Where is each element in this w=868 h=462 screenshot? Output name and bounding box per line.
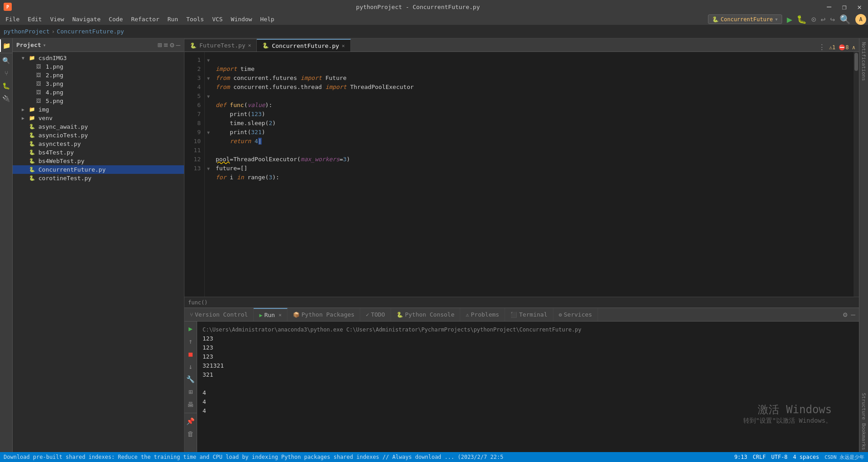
- scrollbar-thumb[interactable]: [854, 53, 858, 71]
- activity-search-icon[interactable]: 🔍: [0, 54, 13, 67]
- run-trash-icon[interactable]: 🗑: [186, 429, 195, 439]
- tree-folder-venv[interactable]: ▶ 📁 venv: [13, 114, 184, 122]
- tree-file-5png[interactable]: 🖼 5.png: [13, 97, 184, 105]
- tree-file-asynctest[interactable]: 🐍 asynctest.py: [13, 140, 184, 148]
- bottom-tab-problems[interactable]: ⚠ Problems: [460, 308, 505, 321]
- tree-file-4png[interactable]: 🖼 4.png: [13, 88, 184, 97]
- bookmarks-label[interactable]: Bookmarks: [860, 421, 868, 452]
- search-button-toolbar[interactable]: 🔍: [840, 14, 851, 25]
- bottom-minimize-btn[interactable]: —: [851, 310, 855, 319]
- menu-view[interactable]: View: [47, 15, 68, 23]
- menu-code[interactable]: Code: [105, 15, 127, 23]
- menu-refactor[interactable]: Refactor: [127, 15, 163, 23]
- tree-file-1png[interactable]: 🖼 1.png: [13, 62, 184, 71]
- menu-run[interactable]: Run: [164, 15, 182, 23]
- menu-vcs[interactable]: VCS: [208, 15, 226, 23]
- bottom-settings-btn[interactable]: ⚙: [843, 310, 848, 319]
- status-crlf[interactable]: CRLF: [753, 454, 766, 460]
- status-line[interactable]: 9:13: [734, 454, 747, 460]
- redo-button-toolbar[interactable]: ↪: [830, 14, 835, 24]
- breadcrumb-file[interactable]: ConcurrentFuture.py: [57, 28, 124, 35]
- run-config-toolbar[interactable]: 🐍 ConcurrentFuture ▾: [708, 14, 782, 24]
- fold-btn-5[interactable]: ▼: [205, 92, 212, 101]
- bottom-tab-run[interactable]: ▶ Run ✕: [254, 308, 287, 321]
- run-pin-icon[interactable]: 📌: [185, 416, 196, 427]
- tree-file-bs4WebTest[interactable]: 🐍 bs4WebTest.py: [13, 157, 184, 165]
- fold-btn-1[interactable]: ▼: [205, 56, 212, 65]
- project-dropdown-icon[interactable]: ▾: [43, 42, 46, 48]
- bottom-tab-python-console[interactable]: 🐍 Python Console: [391, 308, 461, 321]
- tree-arrow-img: ▶: [22, 107, 29, 112]
- structure-label[interactable]: Structure: [860, 391, 868, 422]
- bottom-tab-python-packages[interactable]: 📦 Python Packages: [288, 308, 360, 321]
- tree-file-3png[interactable]: 🖼 3.png: [13, 79, 184, 88]
- project-expand-btn[interactable]: ⊞: [157, 41, 162, 49]
- run-stop-icon[interactable]: ■: [187, 349, 194, 359]
- activity-vcs-icon[interactable]: ⑂: [0, 67, 13, 79]
- tree-file-async-await[interactable]: 🐍 async_await.py: [13, 122, 184, 131]
- bottom-tab-services[interactable]: ⚙ Services: [553, 308, 598, 321]
- nav-bar: pythonProject › ConcurrentFuture.py: [0, 25, 868, 38]
- editor-scrollbar[interactable]: [854, 52, 859, 297]
- status-file-encoding[interactable]: UTF-8: [771, 454, 788, 460]
- tree-file-2png[interactable]: 🖼 2.png: [13, 71, 184, 79]
- python-packages-icon: 📦: [293, 312, 300, 318]
- project-collapse-btn[interactable]: ≡: [164, 41, 168, 49]
- bottom-tab-terminal[interactable]: ⬛ Terminal: [505, 308, 553, 321]
- editor-more-btn[interactable]: ⋮: [818, 43, 826, 51]
- fold-btn-13[interactable]: ▼: [205, 164, 212, 173]
- menu-window[interactable]: Window: [227, 15, 256, 23]
- status-message: Download pre-built shared indexes: Reduc…: [4, 454, 503, 460]
- run-tab-close[interactable]: ✕: [278, 312, 282, 318]
- tree-file-corotineTest[interactable]: 🐍 corotineTest.py: [13, 174, 184, 182]
- run-scroll-down-icon[interactable]: ↓: [187, 361, 194, 372]
- status-spaces[interactable]: 4 spaces: [793, 454, 819, 460]
- tree-file-bs4Test[interactable]: 🐍 bs4Test.py: [13, 148, 184, 157]
- fold-gutter: ▼ ▼ ▼ ▼ ▼: [205, 52, 212, 297]
- run-print-icon[interactable]: 🖶: [186, 399, 195, 410]
- user-avatar[interactable]: A: [855, 14, 866, 25]
- tab-futuretest[interactable]: 🐍 FutureTest.py ✕: [184, 39, 257, 51]
- maximize-button[interactable]: ❐: [840, 2, 849, 12]
- run-play-icon[interactable]: ▶: [187, 323, 194, 334]
- activity-debug-icon[interactable]: 🐛: [0, 79, 13, 92]
- code-editor[interactable]: import time from concurrent.futures impo…: [212, 52, 854, 297]
- project-close-btn[interactable]: —: [176, 41, 180, 49]
- breadcrumb-project[interactable]: pythonProject: [4, 28, 50, 35]
- minimize-button[interactable]: ─: [824, 2, 834, 12]
- tree-folder-img[interactable]: ▶ 📁 img: [13, 105, 184, 114]
- undo-button-toolbar[interactable]: ↩: [821, 14, 826, 24]
- coverage-button-toolbar[interactable]: ⊙: [811, 14, 816, 24]
- run-scroll-up-icon[interactable]: ↑: [187, 336, 194, 347]
- output-line-4: 321321: [203, 361, 854, 370]
- tree-label-4png: 4.png: [46, 89, 63, 96]
- menu-navigate[interactable]: Navigate: [69, 15, 104, 23]
- run-wrench-icon[interactable]: 🔧: [185, 374, 196, 385]
- tab-close-concurrentfuture[interactable]: ✕: [342, 43, 345, 49]
- run-button-toolbar[interactable]: ▶: [787, 14, 792, 25]
- menu-tools[interactable]: Tools: [183, 15, 208, 23]
- activity-project-icon[interactable]: 📁: [0, 39, 13, 52]
- run-grid-icon[interactable]: ⊞: [187, 387, 194, 397]
- tree-file-asyncioTest[interactable]: 🐍 asyncioTest.py: [13, 131, 184, 140]
- title-bar-left: P: [4, 3, 12, 11]
- status-csdn: CSDN 永远是少年: [825, 454, 864, 461]
- output-line-2: 123: [203, 343, 854, 352]
- project-settings-btn[interactable]: ⚙: [170, 41, 175, 49]
- menu-file[interactable]: File: [2, 15, 23, 23]
- bottom-tab-todo[interactable]: ✓ TODO: [360, 308, 391, 321]
- fold-btn-9[interactable]: ▼: [205, 128, 212, 137]
- services-icon: ⚙: [559, 312, 562, 318]
- tree-file-ConcurrentFuture[interactable]: 🐍 ConcurrentFuture.py: [13, 165, 184, 174]
- menu-help[interactable]: Help: [257, 15, 278, 23]
- bottom-tab-version-control[interactable]: ⑂ Version Control: [184, 308, 254, 321]
- close-button[interactable]: ✕: [854, 2, 864, 12]
- fold-btn-3[interactable]: ▼: [205, 74, 212, 83]
- tab-close-futuretest[interactable]: ✕: [248, 42, 251, 48]
- notifications-label[interactable]: Notifications: [860, 40, 868, 83]
- activity-plugins-icon[interactable]: 🔌: [0, 92, 13, 105]
- debug-button-toolbar[interactable]: 🐛: [797, 14, 807, 24]
- tab-concurrentfuture[interactable]: 🐍 ConcurrentFuture.py ✕: [257, 39, 350, 51]
- menu-edit[interactable]: Edit: [24, 15, 45, 23]
- tree-folder-csdnIMG3[interactable]: ▼ 📁 csdnIMG3: [13, 54, 184, 62]
